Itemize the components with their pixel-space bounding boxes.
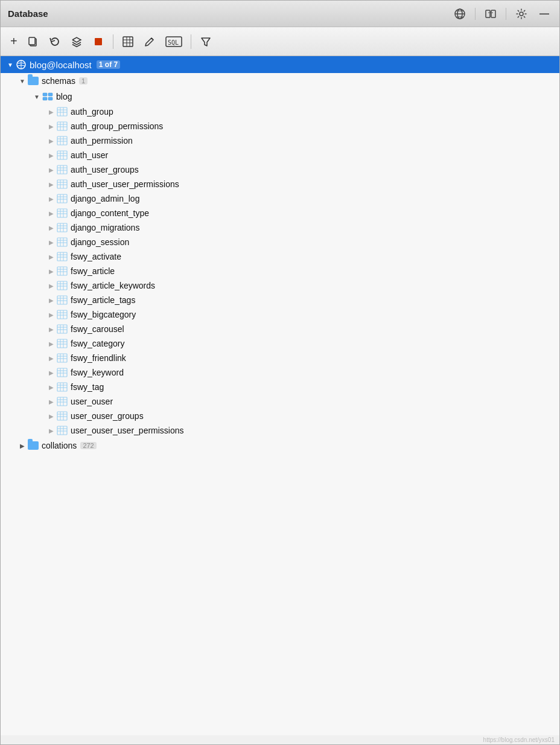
table-icon: [56, 410, 68, 422]
table-arrow: ▶: [46, 281, 56, 290]
table-item[interactable]: ▶ fswy_friendlink: [1, 351, 559, 365]
svg-rect-76: [57, 252, 67, 261]
table-view-icon: [122, 36, 134, 48]
svg-point-8: [520, 12, 523, 16]
table-item[interactable]: ▶ fswy_article_keywords: [1, 278, 559, 293]
svg-rect-25: [48, 97, 52, 100]
minimize-button[interactable]: —: [536, 7, 552, 21]
table-label: django_admin_log: [71, 194, 139, 203]
svg-rect-121: [57, 383, 67, 391]
copy-button[interactable]: [24, 33, 43, 50]
table-item[interactable]: ▶ django_migrations: [1, 220, 559, 235]
table-icon: [56, 135, 68, 147]
table-arrow: ▶: [46, 194, 56, 203]
table-item[interactable]: ▶ user_ouser: [1, 394, 559, 409]
table-item[interactable]: ▶ fswy_activate: [1, 249, 559, 264]
layers-button[interactable]: [67, 33, 86, 50]
table-item[interactable]: ▶ user_ouser_user_permissions: [1, 423, 559, 438]
table-icon: [56, 222, 68, 234]
svg-rect-106: [57, 339, 67, 348]
svg-rect-116: [57, 368, 67, 377]
table-list: ▶ auth_group ▶: [1, 104, 559, 438]
svg-rect-96: [57, 310, 67, 319]
globe-button[interactable]: [451, 7, 469, 21]
table-label: user_ouser_groups: [71, 411, 144, 421]
table-item[interactable]: ▶ fswy_article_tags: [1, 293, 559, 307]
table-label: fswy_activate: [71, 252, 121, 261]
svg-rect-31: [57, 122, 67, 130]
table-icon: [56, 178, 68, 190]
table-label: auth_group: [71, 107, 113, 117]
table-item[interactable]: ▶ auth_user_user_permissions: [1, 177, 559, 191]
refresh-icon: [49, 36, 61, 48]
window-title: Database: [8, 8, 48, 19]
sql-button[interactable]: SQL: [162, 33, 186, 50]
filter-button[interactable]: [196, 33, 215, 50]
table-label: user_ouser: [71, 397, 113, 406]
toolbar-divider1: [113, 34, 113, 49]
table-item[interactable]: ▶ auth_user: [1, 148, 559, 162]
schemas-item[interactable]: ▼ schemas 1: [1, 73, 559, 89]
split-button[interactable]: [482, 7, 500, 21]
sql-icon: SQL: [165, 36, 182, 48]
table-arrow: ▶: [46, 237, 56, 247]
table-arrow: ▶: [46, 208, 56, 218]
table-item[interactable]: ▶ user_ouser_groups: [1, 409, 559, 423]
svg-rect-126: [57, 397, 67, 406]
table-arrow: ▶: [46, 310, 56, 319]
table-item[interactable]: ▶ fswy_article: [1, 264, 559, 278]
table-icon: [56, 236, 68, 248]
table-label: django_migrations: [71, 223, 139, 232]
table-item[interactable]: ▶ fswy_category: [1, 336, 559, 351]
table-label: fswy_article: [71, 266, 115, 276]
table-item[interactable]: ▶ fswy_tag: [1, 380, 559, 394]
layers-icon: [71, 36, 83, 48]
table-arrow: ▶: [46, 397, 56, 406]
table-item[interactable]: ▶ auth_group: [1, 104, 559, 119]
blog-schema-item[interactable]: ▼ blog: [1, 89, 559, 104]
table-item[interactable]: ▶ django_session: [1, 235, 559, 249]
stop-icon: [92, 36, 104, 48]
add-button[interactable]: +: [7, 32, 21, 51]
table-label: fswy_bigcategory: [71, 310, 136, 319]
connection-arrow: ▼: [5, 60, 15, 69]
svg-rect-66: [57, 223, 67, 232]
table-arrow: ▶: [46, 252, 56, 261]
table-label: django_content_type: [71, 208, 149, 218]
stop-button[interactable]: [89, 33, 108, 50]
table-item[interactable]: ▶ fswy_carousel: [1, 322, 559, 336]
toolbar-divider2: [191, 34, 191, 49]
table-label: fswy_tag: [71, 382, 104, 392]
table-item[interactable]: ▶ auth_permission: [1, 133, 559, 148]
watermark: https://blog.csdn.net/yxs01: [1, 735, 559, 744]
table-icon: [56, 395, 68, 408]
table-label: django_session: [71, 237, 129, 247]
settings-button[interactable]: [512, 7, 530, 21]
table-item[interactable]: ▶ auth_group_permissions: [1, 119, 559, 133]
table-arrow: ▶: [46, 223, 56, 232]
table-item[interactable]: ▶ fswy_keyword: [1, 365, 559, 380]
edit-button[interactable]: [140, 33, 159, 50]
table-label: auth_group_permissions: [71, 121, 163, 131]
table-item[interactable]: ▶ django_admin_log: [1, 191, 559, 206]
blog-arrow: ▼: [32, 92, 42, 101]
table-icon: [56, 337, 68, 350]
connection-item[interactable]: ▼ blog@localhost 1 of 7: [1, 56, 559, 73]
table-icon: [56, 309, 68, 321]
table-arrow: ▶: [46, 353, 56, 363]
table-arrow: ▶: [46, 179, 56, 189]
edit-icon: [144, 36, 156, 48]
table-icon: [56, 294, 68, 306]
tree-panel[interactable]: ▼ blog@localhost 1 of 7 ▼ schemas 1: [1, 56, 559, 735]
table-item[interactable]: ▶ fswy_bigcategory: [1, 307, 559, 322]
table-icon: [56, 280, 68, 292]
globe-icon: [454, 8, 466, 20]
table-view-button[interactable]: [118, 33, 138, 50]
collations-item[interactable]: ▶ collations 272: [1, 438, 559, 453]
svg-rect-51: [57, 180, 67, 188]
table-icon: [56, 424, 68, 436]
svg-marker-19: [202, 38, 210, 46]
refresh-button[interactable]: [45, 33, 65, 50]
table-item[interactable]: ▶ django_content_type: [1, 206, 559, 220]
table-item[interactable]: ▶ auth_user_groups: [1, 162, 559, 177]
